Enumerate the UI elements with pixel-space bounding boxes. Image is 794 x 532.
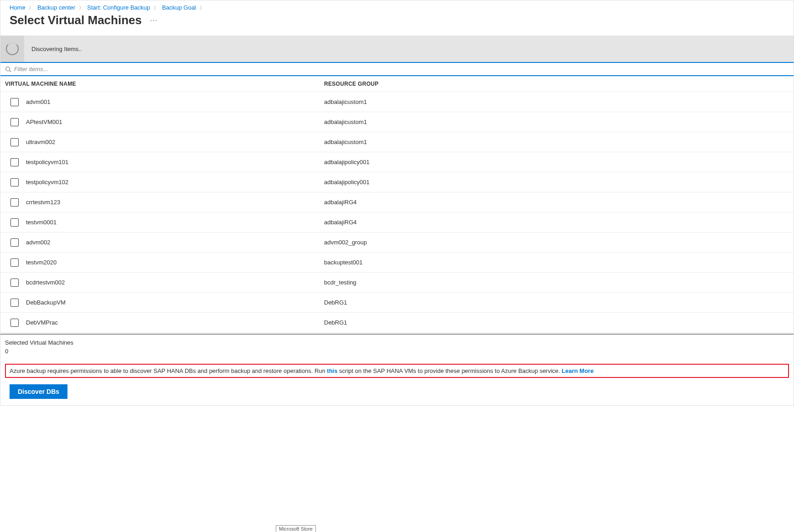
table-row: testvm0001adbalajiRG4 bbox=[0, 212, 794, 232]
vm-name: testvm0001 bbox=[26, 219, 324, 226]
table-row: advm002advm002_group bbox=[0, 232, 794, 253]
resource-group-name: DebRG1 bbox=[324, 319, 789, 326]
status-text: Discovering Items.. bbox=[24, 46, 82, 52]
chevron-right-icon: 〉 bbox=[154, 5, 159, 10]
vm-table: VIRTUAL MACHINE NAME RESOURCE GROUP advm… bbox=[0, 76, 794, 333]
row-checkbox[interactable] bbox=[10, 218, 19, 227]
vm-name: crrtestvm123 bbox=[26, 199, 324, 206]
row-checkbox[interactable] bbox=[10, 238, 19, 247]
selected-section: Selected Virtual Machines 0 bbox=[0, 335, 794, 357]
column-header-name: VIRTUAL MACHINE NAME bbox=[5, 81, 324, 87]
resource-group-name: adbalajipolicy001 bbox=[324, 179, 789, 186]
table-row: crrtestvm123adbalajiRG4 bbox=[0, 192, 794, 212]
script-link[interactable]: this bbox=[327, 367, 337, 374]
info-message: Azure backup requires permissions to abl… bbox=[5, 364, 789, 378]
row-checkbox[interactable] bbox=[10, 279, 19, 287]
chevron-right-icon: 〉 bbox=[79, 5, 84, 10]
loading-spinner-icon bbox=[6, 42, 19, 55]
svg-line-1 bbox=[10, 70, 11, 72]
more-actions-button[interactable]: ··· bbox=[150, 16, 157, 25]
table-row: ultravm002adbalajicustom1 bbox=[0, 132, 794, 152]
chevron-right-icon: 〉 bbox=[200, 5, 205, 10]
breadcrumb-backup-center[interactable]: Backup center bbox=[37, 4, 75, 11]
vm-name: advm002 bbox=[26, 239, 324, 246]
discover-dbs-button[interactable]: Discover DBs bbox=[10, 384, 67, 399]
resource-group-name: adbalajipolicy001 bbox=[324, 159, 789, 165]
learn-more-link[interactable]: Learn More bbox=[562, 367, 593, 374]
table-header: VIRTUAL MACHINE NAME RESOURCE GROUP bbox=[0, 76, 794, 92]
row-checkbox[interactable] bbox=[10, 299, 19, 307]
selected-label: Selected Virtual Machines bbox=[5, 339, 789, 346]
row-checkbox[interactable] bbox=[10, 158, 19, 166]
info-text-middle: script on the SAP HANA VMs to provide th… bbox=[337, 367, 562, 374]
breadcrumb-home[interactable]: Home bbox=[10, 4, 26, 11]
resource-group-name: advm002_group bbox=[324, 239, 789, 246]
resource-group-name: DebRG1 bbox=[324, 299, 789, 306]
spinner-container bbox=[0, 36, 24, 62]
resource-group-name: adbalajicustom1 bbox=[324, 119, 789, 125]
vm-name: testpolicyvm101 bbox=[26, 159, 324, 165]
table-row: bcdrtestvm002bcdr_testing bbox=[0, 273, 794, 293]
table-row: DebVMPracDebRG1 bbox=[0, 313, 794, 333]
info-text-prefix: Azure backup requires permissions to abl… bbox=[10, 367, 327, 374]
resource-group-name: adbalajiRG4 bbox=[324, 219, 789, 226]
vm-name: advm001 bbox=[26, 98, 324, 105]
page-title: Select Virtual Machines bbox=[10, 13, 142, 27]
chevron-right-icon: 〉 bbox=[29, 5, 34, 10]
row-checkbox[interactable] bbox=[10, 178, 19, 186]
vm-name: DebBackupVM bbox=[26, 299, 324, 306]
breadcrumb-backup-goal[interactable]: Backup Goal bbox=[162, 4, 196, 11]
status-bar: Discovering Items.. bbox=[0, 36, 794, 62]
breadcrumb: Home 〉 Backup center 〉 Start: Configure … bbox=[0, 0, 794, 12]
resource-group-name: bcdr_testing bbox=[324, 279, 789, 286]
svg-point-0 bbox=[6, 67, 10, 71]
search-icon bbox=[5, 66, 11, 72]
resource-group-name: adbalajicustom1 bbox=[324, 98, 789, 105]
resource-group-name: backuptest001 bbox=[324, 259, 789, 266]
table-row: DebBackupVMDebRG1 bbox=[0, 293, 794, 313]
selected-count: 0 bbox=[5, 348, 789, 355]
vm-name: bcdrtestvm002 bbox=[26, 279, 324, 286]
table-row: advm001adbalajicustom1 bbox=[0, 92, 794, 112]
resource-group-name: adbalajicustom1 bbox=[324, 139, 789, 145]
row-checkbox[interactable] bbox=[10, 319, 19, 327]
vm-name: DebVMPrac bbox=[26, 319, 324, 326]
row-checkbox[interactable] bbox=[10, 258, 19, 267]
row-checkbox[interactable] bbox=[10, 98, 19, 106]
filter-input[interactable] bbox=[14, 66, 789, 72]
table-row: testvm2020backuptest001 bbox=[0, 253, 794, 273]
table-row: testpolicyvm102adbalajipolicy001 bbox=[0, 172, 794, 192]
vm-name: APtestVM001 bbox=[26, 119, 324, 125]
vm-name: ultravm002 bbox=[26, 139, 324, 145]
table-row: APtestVM001adbalajicustom1 bbox=[0, 112, 794, 132]
row-checkbox[interactable] bbox=[10, 118, 19, 126]
filter-row bbox=[0, 62, 794, 76]
table-row: testpolicyvm101adbalajipolicy001 bbox=[0, 152, 794, 172]
row-checkbox[interactable] bbox=[10, 198, 19, 207]
column-header-rg: RESOURCE GROUP bbox=[324, 81, 789, 87]
vm-name: testpolicyvm102 bbox=[26, 179, 324, 186]
breadcrumb-configure-backup[interactable]: Start: Configure Backup bbox=[87, 4, 150, 11]
row-checkbox[interactable] bbox=[10, 138, 19, 146]
resource-group-name: adbalajiRG4 bbox=[324, 199, 789, 206]
vm-name: testvm2020 bbox=[26, 259, 324, 266]
